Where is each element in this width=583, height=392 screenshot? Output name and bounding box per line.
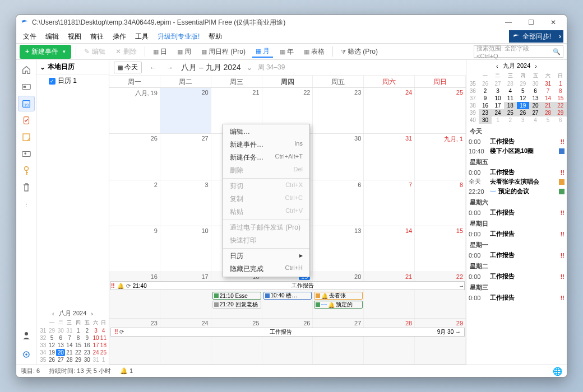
nav-settings[interactable] (18, 347, 35, 362)
nav-notes[interactable] (18, 129, 35, 145)
agenda-item[interactable]: 22:20〰预定的会议 (469, 186, 565, 196)
context-menu-item[interactable]: 新建事件…Ins (223, 138, 309, 151)
event-chip[interactable]: 21:10 Esse (212, 292, 261, 300)
day-cell[interactable]: 21 (364, 272, 415, 318)
search-input[interactable]: 搜索范围: 全部字段 <Ctrl+Q 🔍 (474, 45, 563, 58)
day-cell[interactable]: 22 (415, 272, 466, 318)
agenda-item[interactable]: 0:00工作报告!! (469, 229, 565, 239)
day-cell[interactable]: 25 (211, 319, 262, 364)
agenda-item[interactable]: 全天去看张学友演唱会 (469, 177, 565, 186)
day-cell[interactable]: 31 (364, 134, 415, 179)
next-icon[interactable]: › (91, 310, 93, 317)
next-icon[interactable]: › (535, 63, 537, 69)
day-cell[interactable]: 26 (262, 319, 313, 364)
day-cell[interactable]: 8 (415, 180, 466, 226)
week-row[interactable]: 16171819202122!!🔔⟳21:40工作报告→21:10 Esse21… (109, 272, 466, 318)
day-cell[interactable]: 7 (364, 180, 415, 226)
agenda-item[interactable]: 0:00工作报告!! (469, 137, 565, 146)
view-table[interactable]: ▦表格 (300, 46, 328, 58)
day-cell[interactable]: 27 (160, 134, 211, 179)
event-chip[interactable]: 〰🔔预定的 (314, 301, 363, 309)
agenda-item[interactable]: 0:00工作报告!! (469, 293, 565, 302)
day-cell[interactable]: 24 (160, 319, 211, 364)
day-cell[interactable]: 6 (313, 180, 364, 226)
day-cell[interactable]: 25 (415, 88, 466, 133)
agenda-item[interactable]: 0:00工作报告!! (469, 250, 565, 260)
edit-button[interactable]: ✎ 编辑 (81, 45, 109, 58)
context-menu-item[interactable]: 新建任务…Ctrl+Alt+T (223, 151, 309, 164)
day-cell[interactable]: 27 (313, 319, 364, 364)
day-cell[interactable]: 29 (415, 319, 466, 364)
spanning-event[interactable]: !! ⟳工作报告9月 30 → (110, 328, 465, 337)
day-cell[interactable]: 九月, 1 (415, 134, 466, 179)
nav-tasks[interactable] (18, 113, 35, 128)
menu-edit[interactable]: 编辑 (42, 31, 62, 43)
day-cell[interactable]: 26 (109, 134, 160, 179)
agenda-item[interactable]: 0:00工作报告!! (469, 167, 565, 177)
event-chip[interactable]: 🔔去看张 (314, 292, 363, 300)
chevron-down-icon[interactable]: ⌄ (247, 64, 252, 72)
menu-file[interactable]: 文件 (20, 31, 40, 43)
agenda-item[interactable]: 10:40楼下小区跑10圈 (469, 146, 565, 156)
day-cell[interactable]: 30 (313, 134, 364, 179)
nav-home[interactable] (18, 62, 35, 78)
nav-user[interactable] (18, 328, 35, 343)
view-day[interactable]: ▦日 (150, 46, 170, 58)
view-schedule[interactable]: ▦周日程 (Pro) (198, 46, 249, 58)
event-chip[interactable]: 21:20 回复老杨 (212, 301, 261, 309)
nav-calendar[interactable]: 19 (18, 96, 35, 111)
day-cell[interactable]: 3 (160, 180, 211, 226)
menu-help[interactable]: 帮助 (205, 31, 225, 43)
globe-icon[interactable]: 🌐 (553, 367, 562, 376)
checkbox-icon[interactable]: ✓ (49, 78, 55, 85)
prev-icon[interactable]: ‹ (52, 310, 54, 317)
day-cell[interactable]: 9 (109, 226, 160, 272)
menu-upgrade[interactable]: 升级到专业版! (154, 31, 203, 43)
menu-action[interactable]: 操作 (109, 31, 129, 43)
context-menu-item[interactable]: 日历▸ (223, 250, 309, 263)
mini-calendar-right[interactable]: 一二三四五六日352627282930311362345678379101112… (466, 72, 567, 124)
menu-tools[interactable]: 工具 (132, 31, 152, 43)
day-cell[interactable]: 10 (160, 226, 211, 272)
day-cell[interactable]: 16 (109, 272, 160, 318)
close-button[interactable]: ✕ (542, 15, 565, 30)
local-calendars-header[interactable]: ⌄ 本地日历 (36, 60, 109, 74)
day-cell[interactable]: 17 (160, 272, 211, 318)
nav-trash[interactable] (18, 180, 35, 195)
day-cell[interactable]: 13 (313, 226, 364, 272)
day-cell[interactable]: 20 (160, 88, 211, 133)
day-cell[interactable]: 八月, 19 (109, 88, 160, 133)
context-menu-item[interactable]: 隐藏已完成Ctrl+H (223, 263, 309, 276)
event-chip[interactable]: 10:40 楼… (263, 292, 312, 300)
sync-all-button[interactable]: 全部同步! (509, 30, 563, 43)
week-row[interactable]: 23242526272829!! ⟳工作报告9月 30 → (109, 319, 466, 365)
context-menu-item[interactable]: 编辑… (223, 125, 309, 138)
filter-button[interactable]: ⧩筛选 (Pro) (337, 46, 381, 58)
view-week[interactable]: ▦周 (174, 46, 195, 58)
nav-more[interactable]: ⋮ (18, 197, 35, 212)
agenda-list[interactable]: 今天0:00工作报告!!10:40楼下小区跑10圈星期五0:00工作报告!!全天… (466, 124, 567, 365)
mini-calendar-left[interactable]: ‹ 八月 2024 › 一二三四五六日312930311234325678910… (36, 307, 109, 365)
day-cell[interactable]: 28 (364, 319, 415, 364)
new-event-button[interactable]: + 新建事件 (20, 45, 71, 59)
agenda-item[interactable]: 0:00工作报告!! (469, 272, 565, 281)
day-cell[interactable]: 14 (364, 226, 415, 272)
nav-contacts[interactable] (18, 79, 35, 95)
day-cell[interactable]: 24 (364, 88, 415, 133)
context-menu[interactable]: 编辑…新建事件…Ins新建任务…Ctrl+Alt+T删除Del剪切Ctrl+X复… (223, 124, 310, 277)
nav-people[interactable] (18, 146, 35, 162)
menu-goto[interactable]: 前往 (87, 31, 107, 43)
agenda-item[interactable]: 0:00工作报告!! (469, 208, 565, 217)
prev-icon[interactable]: ‹ (496, 63, 498, 69)
menu-view[interactable]: 视图 (64, 31, 85, 43)
day-cell[interactable]: 2 (109, 180, 160, 226)
calendar-item[interactable]: ✓ 日历 1 (36, 74, 109, 87)
day-cell[interactable]: 23 (313, 88, 364, 133)
view-year[interactable]: ▦年 (276, 46, 297, 58)
view-month[interactable]: ▦月 (252, 45, 273, 58)
maximize-button[interactable]: ☐ (520, 15, 542, 30)
day-cell[interactable]: 15 (415, 226, 466, 272)
nav-passwords[interactable] (18, 163, 35, 179)
today-button[interactable]: ▦今天 (114, 62, 142, 73)
spanning-event[interactable]: !!🔔⟳21:40工作报告→ (110, 281, 465, 290)
